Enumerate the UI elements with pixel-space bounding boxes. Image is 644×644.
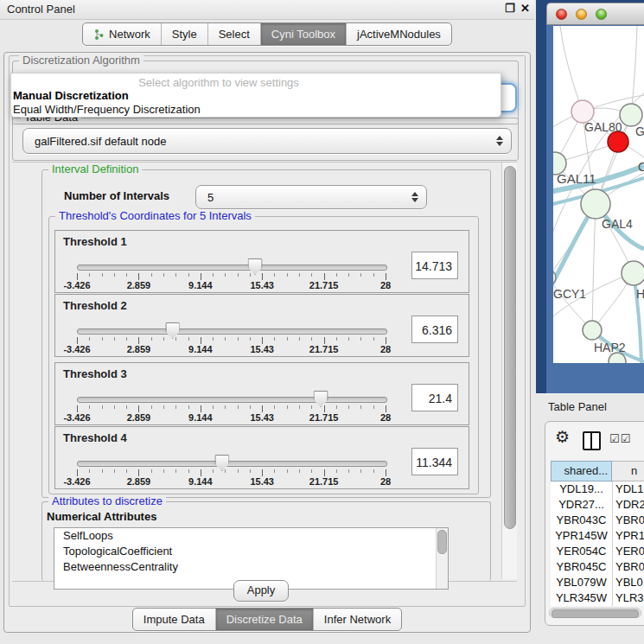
table-rows: YDL19...YDL1YDR27...YDR2YBR043CYBR0YPR14…: [551, 481, 644, 606]
network-window-titlebar[interactable]: [546, 3, 644, 25]
node-gal4[interactable]: [581, 189, 610, 219]
apply-button[interactable]: Apply: [233, 580, 289, 602]
tab-discretize-data[interactable]: Discretize Data: [215, 609, 313, 630]
table-panel-title: Table Panel: [548, 400, 607, 413]
tab-label: Style: [172, 28, 197, 41]
scrollbar-thumb[interactable]: [504, 166, 516, 529]
tab-cyni-toolbox[interactable]: Cyni Toolbox: [260, 23, 346, 45]
tab-label: Infer Network: [324, 613, 391, 626]
slider-tick-labels: -3.4262.8599.14415.4321.71528: [77, 344, 386, 356]
threshold-3-label: Threshold 3: [63, 367, 127, 380]
checkbox-columns-icon[interactable]: ☑☑: [609, 432, 631, 445]
slider-track[interactable]: [77, 265, 387, 271]
network-desktop: GAL80 GA GAL11 GAL4 C GCY1 H HAP2: [536, 0, 644, 393]
threshold-2-slider[interactable]: -3.4262.8599.14415.4321.71528: [77, 322, 386, 356]
table-row[interactable]: YPR145WYPR1: [551, 528, 644, 544]
number-of-intervals-value: 5: [207, 191, 214, 204]
gear-icon[interactable]: ⚙: [555, 429, 570, 445]
slider-tick-label: 15.43: [250, 280, 274, 290]
scrollbar-thumb[interactable]: [437, 530, 447, 554]
slider-track[interactable]: [77, 397, 387, 403]
table-row[interactable]: YER054CYER0: [551, 544, 644, 559]
tab-infer-network[interactable]: Infer Network: [313, 609, 401, 630]
threshold-2-value[interactable]: 6.316: [411, 316, 458, 343]
threshold-4-value[interactable]: 11.344: [411, 448, 458, 475]
algorithm-dropdown-popup: Select algorithm to view settings Manual…: [10, 73, 501, 118]
slider-track[interactable]: [77, 461, 387, 467]
cell-name: YBR0: [615, 559, 644, 575]
attribute-list-item[interactable]: BetweennessCentrality: [54, 559, 448, 575]
slider-tick-labels: -3.4262.8599.14415.4321.71528: [77, 476, 386, 488]
slider-tick-label: 2.859: [127, 280, 151, 290]
table-row[interactable]: YBR045CYBR0: [551, 559, 644, 575]
application-root: Control Panel ❐ ✕ Network Style Select C…: [0, 0, 644, 644]
network-view-window: GAL80 GA GAL11 GAL4 C GCY1 H HAP2: [546, 3, 644, 393]
threshold-4-label: Threshold 4: [63, 431, 127, 444]
slider-tick-label: 28: [380, 476, 391, 487]
table-row[interactable]: YDL19...YDL1: [551, 481, 644, 497]
column-header-shared-name[interactable]: shared...: [551, 461, 612, 481]
table-data-combo[interactable]: galFiltered.sif default node: [22, 128, 512, 154]
algorithm-option-equal-width[interactable]: Equal Width/Frequency Discretization: [13, 103, 201, 116]
zoom-button[interactable]: [596, 9, 607, 20]
control-panel-title: Control Panel: [7, 3, 75, 16]
node-partial-h[interactable]: [622, 261, 644, 285]
slider-tick-label: 21.715: [309, 412, 339, 423]
combo-stepper-icon: [496, 136, 503, 146]
table-row[interactable]: YLR345WYLR3: [551, 590, 644, 606]
threshold-3-panel: Threshold 3 -3.4262.8599.14415.4321.7152…: [54, 362, 469, 425]
threshold-1-slider[interactable]: -3.4262.8599.14415.4321.71528: [77, 258, 386, 292]
threshold-3-value[interactable]: 21.4: [411, 384, 458, 411]
threshold-4-slider[interactable]: -3.4262.8599.14415.4321.71528: [77, 454, 386, 488]
node-hap2[interactable]: [583, 321, 602, 340]
cell-shared-name: YPR145W: [551, 528, 613, 544]
slider-tick-label: 28: [380, 344, 391, 354]
tab-style[interactable]: Style: [161, 23, 207, 45]
slider-tick-label: 9.144: [188, 412, 213, 423]
network-canvas[interactable]: GAL80 GA GAL11 GAL4 C GCY1 H HAP2: [553, 26, 644, 363]
table-horizontal-scrollbar[interactable]: [549, 608, 641, 618]
table-row[interactable]: YBL079WYBL0: [551, 575, 644, 590]
split-columns-icon[interactable]: [583, 431, 601, 450]
cell-name: YBL0: [615, 575, 643, 590]
slider-tick-label: 2.859: [127, 344, 151, 354]
cell-shared-name: YBR045C: [551, 559, 613, 575]
table-row[interactable]: YDR27...YDR2: [551, 497, 644, 513]
node-label-partial-c: C: [638, 160, 644, 174]
network-icon: [93, 29, 105, 41]
node-red-selected[interactable]: [608, 131, 628, 152]
settings-scrollbar[interactable]: [501, 163, 517, 579]
node-label-gal11: GAL11: [557, 171, 596, 186]
node-partial-top-right[interactable]: [620, 104, 642, 126]
cell-shared-name: YBR043C: [551, 513, 613, 528]
close-panel-icon[interactable]: ✕: [520, 2, 530, 15]
scrollbar-thumb[interactable]: [552, 609, 639, 618]
algorithm-option-manual[interactable]: Manual Discretization: [13, 89, 129, 102]
tab-label: Impute Data: [143, 613, 205, 626]
tab-impute-data[interactable]: Impute Data: [133, 609, 215, 630]
float-window-icon[interactable]: ❐: [505, 2, 515, 15]
slider-ticks: [77, 337, 386, 344]
network-graph: GAL80 GA GAL11 GAL4 C GCY1 H HAP2: [553, 26, 644, 363]
column-header-name[interactable]: n: [612, 461, 644, 481]
attribute-list-item[interactable]: SelfLoops: [54, 528, 448, 544]
tab-network[interactable]: Network: [83, 23, 161, 45]
slider-track[interactable]: [77, 328, 387, 335]
minimize-button[interactable]: [576, 9, 587, 20]
bottom-tab-bar: Impute Data Discretize Data Infer Networ…: [0, 608, 534, 631]
number-of-intervals-combo[interactable]: 5: [195, 185, 427, 209]
tab-select[interactable]: Select: [207, 23, 260, 45]
attribute-list-item[interactable]: TopologicalCoefficient: [54, 544, 448, 559]
close-button[interactable]: [556, 9, 567, 20]
attributes-list-scrollbar[interactable]: [436, 528, 448, 589]
slider-tick-label: 2.859: [127, 476, 151, 487]
table-panel-box: ⚙ ☑☑ shared... n YDL19...YDL1YDR27...YDR…: [545, 421, 644, 626]
threshold-1-panel: Threshold 1 -3.4262.8599.14415.4321.7152…: [54, 230, 469, 293]
tab-jactivemnodules[interactable]: jActiveMNodules: [346, 23, 451, 45]
threshold-1-value[interactable]: 14.713: [411, 252, 458, 279]
table-row[interactable]: YBR043CYBR0: [551, 513, 644, 528]
network-nodes[interactable]: [553, 100, 644, 363]
threshold-3-slider[interactable]: -3.4262.8599.14415.4321.71528: [77, 390, 386, 424]
slider-ticks: [77, 469, 386, 476]
node-label-hap2: HAP2: [594, 341, 626, 354]
